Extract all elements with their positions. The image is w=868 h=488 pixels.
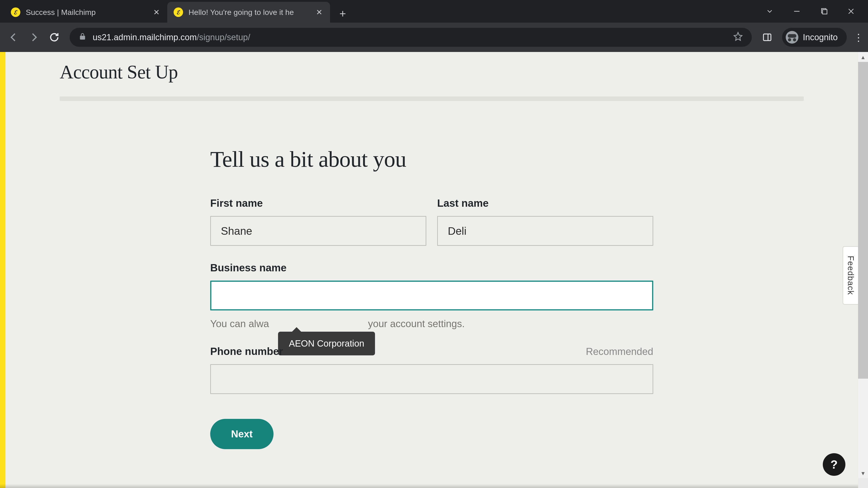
business-name-input[interactable] bbox=[210, 281, 653, 311]
tab-strip: 𝓔 Success | Mailchimp ✕ 𝓔 Hello! You're … bbox=[0, 0, 868, 23]
svg-rect-2 bbox=[823, 10, 827, 14]
business-name-label: Business name bbox=[210, 262, 653, 274]
progress-bar bbox=[60, 96, 804, 101]
reload-button[interactable] bbox=[46, 29, 62, 45]
side-panel-icon[interactable] bbox=[759, 29, 775, 45]
scroll-up-icon[interactable]: ▴ bbox=[858, 52, 868, 62]
back-button[interactable] bbox=[5, 29, 22, 45]
mailchimp-favicon-icon: 𝓔 bbox=[11, 7, 20, 17]
tab-search-icon[interactable] bbox=[764, 6, 775, 17]
window-controls bbox=[764, 0, 868, 23]
lock-icon bbox=[79, 33, 86, 42]
minimize-icon[interactable] bbox=[791, 6, 802, 17]
feedback-tab[interactable]: Feedback bbox=[843, 246, 858, 304]
new-tab-button[interactable]: + bbox=[334, 4, 352, 23]
kebab-menu-icon[interactable]: ⋮ bbox=[854, 32, 863, 43]
scroll-track[interactable] bbox=[858, 62, 868, 468]
phone-label: Phone number bbox=[210, 345, 283, 357]
close-tab-icon[interactable]: ✕ bbox=[315, 8, 324, 17]
toolbar-right: Incognito ⋮ bbox=[759, 28, 863, 47]
first-name-input[interactable] bbox=[210, 216, 426, 246]
bottom-shadow bbox=[0, 484, 858, 488]
incognito-indicator[interactable]: Incognito bbox=[782, 28, 847, 47]
first-name-field: First name bbox=[210, 197, 426, 246]
help-button[interactable]: ? bbox=[823, 453, 845, 476]
vertical-scrollbar[interactable]: ▴ ▾ bbox=[858, 52, 868, 478]
browser-tab-active[interactable]: 𝓔 Hello! You're going to love it he ✕ bbox=[167, 2, 330, 23]
name-row: First name Last name bbox=[210, 197, 653, 246]
last-name-field: Last name bbox=[437, 197, 653, 246]
scroll-thumb[interactable] bbox=[858, 62, 868, 379]
tab-title: Success | Mailchimp bbox=[26, 8, 147, 17]
page-content: Account Set Up Tell us a bit about you F… bbox=[5, 52, 858, 488]
form-heading: Tell us a bit about you bbox=[210, 146, 653, 172]
incognito-label: Incognito bbox=[803, 33, 838, 42]
address-bar[interactable]: us21.admin.mailchimp.com/signup/setup/ bbox=[70, 28, 752, 47]
page-viewport: Account Set Up Tell us a bit about you F… bbox=[0, 52, 868, 488]
browser-tab[interactable]: 𝓔 Success | Mailchimp ✕ bbox=[4, 2, 167, 23]
mailchimp-favicon-icon: 𝓔 bbox=[174, 7, 183, 17]
next-button[interactable]: Next bbox=[210, 419, 274, 449]
business-name-field: Business name You can always change this… bbox=[210, 262, 653, 329]
scroll-corner bbox=[858, 478, 868, 488]
last-name-label: Last name bbox=[437, 197, 653, 209]
close-tab-icon[interactable]: ✕ bbox=[152, 8, 161, 17]
last-name-input[interactable] bbox=[437, 216, 653, 246]
url-text: us21.admin.mailchimp.com/signup/setup/ bbox=[93, 33, 250, 42]
first-name-label: First name bbox=[210, 197, 426, 209]
tab-title: Hello! You're going to love it he bbox=[188, 8, 309, 17]
brand-accent-bar bbox=[0, 52, 5, 488]
business-helper-text: You can always change this later in your… bbox=[210, 318, 653, 329]
recommended-label: Recommended bbox=[586, 346, 653, 357]
bookmark-star-icon[interactable] bbox=[733, 32, 743, 43]
scroll-down-icon[interactable]: ▾ bbox=[858, 468, 868, 478]
phone-field: Phone number Recommended bbox=[210, 345, 653, 394]
incognito-icon bbox=[786, 31, 798, 43]
svg-rect-5 bbox=[763, 34, 771, 40]
setup-form: Tell us a bit about you First name Last … bbox=[210, 146, 653, 449]
maximize-icon[interactable] bbox=[818, 6, 830, 17]
forward-button[interactable] bbox=[26, 29, 42, 45]
phone-input[interactable] bbox=[210, 364, 653, 394]
close-window-icon[interactable] bbox=[845, 6, 857, 17]
browser-toolbar: us21.admin.mailchimp.com/signup/setup/ I… bbox=[0, 23, 868, 52]
page-title: Account Set Up bbox=[60, 61, 858, 83]
